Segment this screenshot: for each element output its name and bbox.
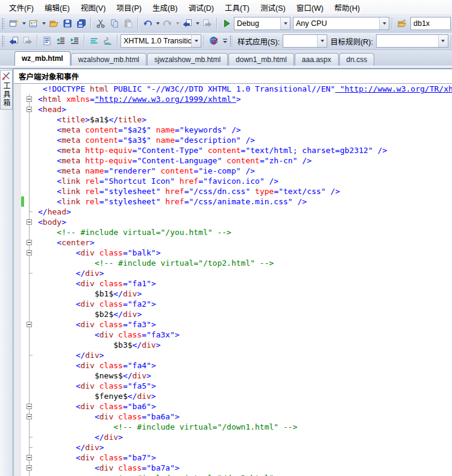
code-text[interactable]: <div class="fa1"> <box>35 278 156 289</box>
menu-item[interactable]: 文件(F) <box>4 0 39 16</box>
indicator-margin[interactable] <box>14 330 21 340</box>
code-line[interactable]: </head> <box>14 207 452 217</box>
code-text[interactable]: <meta http-equiv="Content-Type" content=… <box>35 145 387 155</box>
code-text[interactable]: <!-- #include virtual="/don2.html" --> <box>35 473 293 476</box>
code-line[interactable]: <div class="fa2"> <box>14 299 452 309</box>
navigate-forward-button[interactable] <box>201 17 214 30</box>
code-text[interactable]: $b2$</div> <box>35 309 142 319</box>
code-line[interactable]: <link rel="Shortcut Icon" href="favicon.… <box>14 176 452 186</box>
chevron-down-icon[interactable] <box>317 35 327 47</box>
code-line[interactable]: <html xmlns="http://www.w3.org/1999/xhtm… <box>14 94 452 104</box>
outlining-margin[interactable] <box>24 453 35 463</box>
code-line[interactable]: <title>$a1$</title> <box>14 114 452 125</box>
cut-button[interactable] <box>94 17 107 30</box>
indicator-margin[interactable] <box>14 391 21 401</box>
search-input[interactable] <box>410 17 451 30</box>
navigate-backward-button[interactable] <box>181 17 194 30</box>
indicator-margin[interactable] <box>14 319 21 330</box>
indicator-margin[interactable] <box>14 299 21 309</box>
indicator-margin[interactable] <box>14 268 21 278</box>
navigate-backward-dropdown[interactable] <box>195 17 200 30</box>
outlining-margin[interactable] <box>24 319 35 330</box>
outlining-margin[interactable] <box>24 432 35 442</box>
collapse-box-icon[interactable] <box>27 322 32 327</box>
code-line[interactable]: <link rel="stylesheet" href="/css/animat… <box>14 196 452 207</box>
outlining-margin[interactable] <box>24 340 35 350</box>
code-text[interactable]: </div> <box>35 350 104 360</box>
document-tab[interactable]: sjwzalshow_mb.html <box>147 53 228 66</box>
code-text[interactable]: <div class="fa5"> <box>35 381 156 391</box>
indicator-margin[interactable] <box>14 84 21 94</box>
increase-indent-button[interactable] <box>68 34 81 48</box>
code-line[interactable]: </div> <box>14 432 452 442</box>
indicator-margin[interactable] <box>14 340 21 350</box>
code-line[interactable]: <div class="balk"> <box>14 248 452 258</box>
add-item-dropdown[interactable] <box>41 17 46 30</box>
outlining-margin[interactable] <box>24 176 35 186</box>
format-document-button[interactable] <box>40 34 54 48</box>
indicator-margin[interactable] <box>14 309 21 319</box>
code-line[interactable]: <div class="fa3"> <box>14 319 452 330</box>
outlining-margin[interactable] <box>24 463 35 473</box>
indicator-margin[interactable] <box>14 217 21 227</box>
code-text[interactable]: <!-- #include virtual="/top2.html" --> <box>35 258 274 268</box>
code-text[interactable]: <center> <box>35 237 95 248</box>
outlining-margin[interactable] <box>24 94 35 104</box>
document-tab[interactable]: dn.css <box>339 53 375 66</box>
outlining-margin[interactable] <box>24 401 35 412</box>
indicator-margin[interactable] <box>14 401 21 412</box>
collapse-box-icon[interactable] <box>27 455 32 460</box>
collapse-box-icon[interactable] <box>27 404 32 409</box>
menu-item[interactable]: 编辑(E) <box>39 0 75 16</box>
solution-platform-combo[interactable]: Any CPU <box>293 17 389 30</box>
code-text[interactable]: <title>$a1$</title> <box>35 114 146 125</box>
outlining-margin[interactable] <box>24 196 35 207</box>
code-line[interactable]: <div class="ba6a"> <box>14 412 452 422</box>
outlining-margin[interactable] <box>24 309 35 319</box>
new-project-button[interactable] <box>7 17 20 30</box>
save-all-button[interactable] <box>75 17 88 30</box>
code-line[interactable]: </div> <box>14 268 452 278</box>
outlining-margin[interactable] <box>24 268 35 278</box>
outlining-margin[interactable] <box>24 114 35 125</box>
code-text[interactable]: <meta name="renderer" content="ie-comp" … <box>35 166 255 176</box>
indicator-margin[interactable] <box>14 453 21 463</box>
collapse-box-icon[interactable] <box>27 465 32 471</box>
document-tab[interactable]: aaa.aspx <box>295 53 339 66</box>
collapse-box-icon[interactable] <box>27 240 32 245</box>
toolbar-options-button[interactable] <box>221 34 228 48</box>
code-text[interactable]: <div class="ba6"> <box>35 401 156 412</box>
outlining-margin[interactable] <box>24 299 35 309</box>
document-tab[interactable]: wzalshow_mb.html <box>71 53 146 66</box>
outlining-margin[interactable] <box>24 166 35 176</box>
indicator-margin[interactable] <box>14 463 21 473</box>
code-line[interactable]: <body> <box>14 217 452 227</box>
indicator-margin[interactable] <box>14 258 21 268</box>
code-text[interactable]: <div class="ba7"> <box>35 453 156 463</box>
code-line[interactable]: $fenye$</div> <box>14 391 452 401</box>
code-line[interactable]: <!DOCTYPE html PUBLIC "-//W3C//DTD XHTML… <box>14 84 452 94</box>
outlining-margin[interactable] <box>24 84 35 94</box>
outlining-margin[interactable] <box>24 135 35 145</box>
outlining-margin[interactable] <box>24 125 35 135</box>
code-text[interactable]: <!-- #include virtual="/down1.html" --> <box>35 422 297 432</box>
code-text[interactable]: <meta content="$a2$" name="keywords" /> <box>35 125 241 135</box>
code-line[interactable]: <div class="fa3x"> <box>14 330 452 340</box>
menu-item[interactable]: 视图(V) <box>75 0 111 16</box>
menu-item[interactable]: 调试(D) <box>183 0 219 16</box>
outlining-margin[interactable] <box>24 360 35 371</box>
decrease-indent-button[interactable] <box>54 34 67 48</box>
outlining-margin[interactable] <box>24 145 35 155</box>
solution-configuration-combo[interactable]: Debug <box>234 17 290 30</box>
code-lines[interactable]: <!DOCTYPE html PUBLIC "-//W3C//DTD XHTML… <box>14 84 452 476</box>
code-text[interactable]: <div class="balk"> <box>35 248 161 258</box>
code-line[interactable]: <meta http-equiv="Content-Language" cont… <box>14 155 452 166</box>
indicator-margin[interactable] <box>14 135 21 145</box>
menu-item[interactable]: 生成(B) <box>147 0 183 16</box>
code-line[interactable]: <link rel="stylesheet" href="/css/dn.css… <box>14 186 452 196</box>
outlining-margin[interactable] <box>24 422 35 432</box>
code-line[interactable]: <!-- #include virtual="/don2.html" --> <box>14 473 452 476</box>
code-text[interactable]: <head> <box>35 104 66 114</box>
indicator-margin[interactable] <box>14 125 21 135</box>
outlining-margin[interactable] <box>24 278 35 289</box>
